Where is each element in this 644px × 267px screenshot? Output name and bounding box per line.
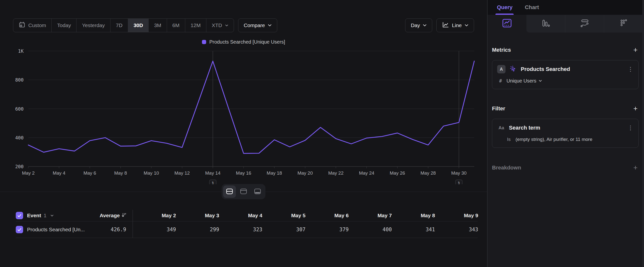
select-all-checkbox[interactable] xyxy=(16,212,23,219)
range-button-3m[interactable]: 3M xyxy=(148,19,167,32)
chart-type-button[interactable]: Line xyxy=(436,19,474,32)
svg-text:1: 1 xyxy=(458,181,460,184)
layout-split-view-button[interactable] xyxy=(223,185,236,198)
range-button-yesterday[interactable]: Yesterday xyxy=(76,19,110,32)
date-column-header[interactable]: May 5 xyxy=(262,212,306,218)
range-label: Today xyxy=(57,23,71,28)
x-axis-tick-label: May 30 xyxy=(451,170,466,176)
range-button-custom[interactable]: Custom xyxy=(13,19,52,32)
date-column-header[interactable]: May 4 xyxy=(219,212,262,218)
chart-type-tab-bar[interactable] xyxy=(526,15,565,33)
chevron-down-icon xyxy=(465,24,468,27)
value-cell: 307 xyxy=(262,227,306,232)
annotation-badge[interactable]: 1 xyxy=(455,180,462,184)
chevron-down-icon xyxy=(268,24,272,27)
x-axis-tick-label: May 10 xyxy=(144,170,159,176)
chart-type-label: Line xyxy=(452,23,462,28)
breakdown-section-header: Breakdown + xyxy=(492,164,638,171)
y-axis-tick-label: 400 xyxy=(15,135,24,140)
chevron-down-icon xyxy=(539,80,542,82)
add-breakdown-button[interactable]: + xyxy=(632,164,638,171)
line-chart-icon xyxy=(442,22,449,29)
metrics-section-header: Metrics + xyxy=(492,46,638,54)
date-column-header[interactable]: May 8 xyxy=(392,212,435,218)
date-column-header[interactable]: May 9 xyxy=(435,212,478,218)
range-button-xtd[interactable]: XTD xyxy=(206,19,234,32)
value-cell: 343 xyxy=(435,227,478,232)
y-axis-tick-label: 600 xyxy=(15,106,24,112)
row-checkbox[interactable] xyxy=(16,226,23,233)
sort-descending-icon xyxy=(122,212,126,219)
flow-chart-icon xyxy=(580,19,590,29)
range-button-6m[interactable]: 6M xyxy=(167,19,185,32)
filter-heading: Filter xyxy=(492,105,505,112)
chevron-down-icon xyxy=(225,24,228,27)
compare-label: Compare xyxy=(244,23,265,28)
average-header-cell[interactable]: Average xyxy=(109,210,133,221)
filter-operator[interactable]: Is xyxy=(497,137,511,142)
metric-card[interactable]: A Products Searched ⋮ # Unique Users xyxy=(492,60,638,89)
x-axis-tick-label: May 28 xyxy=(420,170,436,176)
chart-type-tab-scatter[interactable] xyxy=(604,15,644,33)
value-cell: 400 xyxy=(349,227,392,232)
chart-only-icon xyxy=(240,188,247,195)
date-column-header[interactable]: May 7 xyxy=(349,212,392,218)
chart-type-tab-line[interactable] xyxy=(488,15,526,33)
property-type-badge: Aa xyxy=(497,125,506,131)
main-area: CustomTodayYesterday7D30D3M6M12MXTD Comp… xyxy=(0,0,488,267)
tab-chart[interactable]: Chart xyxy=(525,0,539,15)
filter-value[interactable]: (empty string), Air purifier, or 11 more xyxy=(516,137,592,142)
range-label: XTD xyxy=(212,23,222,28)
tab-query[interactable]: Query xyxy=(497,0,513,15)
filter-kebab-menu[interactable]: ⋮ xyxy=(628,126,634,130)
compare-button[interactable]: Compare xyxy=(238,19,277,32)
x-axis-tick-label: May 2 xyxy=(22,170,35,176)
toolbar: CustomTodayYesterday7D30D3M6M12MXTD Comp… xyxy=(13,19,474,32)
range-button-30d[interactable]: 30D xyxy=(128,19,149,32)
svg-text:1: 1 xyxy=(212,181,214,184)
chevron-down-icon[interactable] xyxy=(50,214,54,217)
range-button-12m[interactable]: 12M xyxy=(185,19,206,32)
range-label: Yesterday xyxy=(82,23,105,28)
add-metric-button[interactable]: + xyxy=(632,46,638,54)
x-axis-tick-label: May 16 xyxy=(236,170,251,176)
annotation-badge[interactable]: 1 xyxy=(209,180,216,184)
date-column-header[interactable]: May 6 xyxy=(306,212,349,218)
value-cell: 379 xyxy=(306,227,349,232)
filter-condition-row: Is (empty string), Air purifier, or 11 m… xyxy=(497,136,634,143)
aggregation-selector[interactable]: Unique Users xyxy=(506,78,542,84)
toolbar-right: Day Line xyxy=(405,19,474,32)
granularity-button[interactable]: Day xyxy=(405,19,432,32)
date-column-header[interactable]: May 2 xyxy=(133,212,176,218)
scatter-chart-icon xyxy=(620,19,628,29)
results-table: Event 1 Average May 2May 3May 4May 5May … xyxy=(16,210,478,238)
line-chart[interactable]: 1K800600400200May 2May 4May 6May 8May 10… xyxy=(0,46,487,184)
range-label: Custom xyxy=(28,23,46,28)
event-count: 1 xyxy=(44,212,46,218)
range-button-today[interactable]: Today xyxy=(52,19,76,32)
query-panel: Query Chart xyxy=(488,0,644,267)
filter-section-header: Filter + xyxy=(492,105,638,112)
range-label: 30D xyxy=(134,23,143,28)
filter-property-name: Search term xyxy=(509,125,624,131)
add-filter-button[interactable]: + xyxy=(632,105,638,112)
series-line[interactable] xyxy=(28,61,474,153)
date-column-header[interactable]: May 3 xyxy=(176,212,220,218)
split-view-icon xyxy=(226,188,233,195)
legend-swatch xyxy=(202,40,206,44)
filter-card[interactable]: Aa Search term ⋮ Is (empty string), Air … xyxy=(492,119,638,148)
metric-kebab-menu[interactable]: ⋮ xyxy=(628,68,634,71)
range-button-7d[interactable]: 7D xyxy=(110,19,128,32)
layout-chart-only-button[interactable] xyxy=(237,185,250,198)
x-axis-tick-label: May 8 xyxy=(114,170,127,176)
metric-aggregation-row: # Unique Users xyxy=(497,77,634,85)
x-axis-tick-label: May 20 xyxy=(298,170,313,176)
average-label: Average xyxy=(100,212,120,218)
metric-name: Products Searched xyxy=(521,66,624,72)
range-label: 6M xyxy=(172,23,180,28)
event-header-cell: Event 1 xyxy=(16,212,109,219)
chart-type-tab-flow[interactable] xyxy=(565,15,604,33)
app: CustomTodayYesterday7D30D3M6M12MXTD Comp… xyxy=(0,0,644,267)
x-axis-tick-label: May 12 xyxy=(174,170,190,176)
layout-table-only-button[interactable] xyxy=(251,185,264,198)
